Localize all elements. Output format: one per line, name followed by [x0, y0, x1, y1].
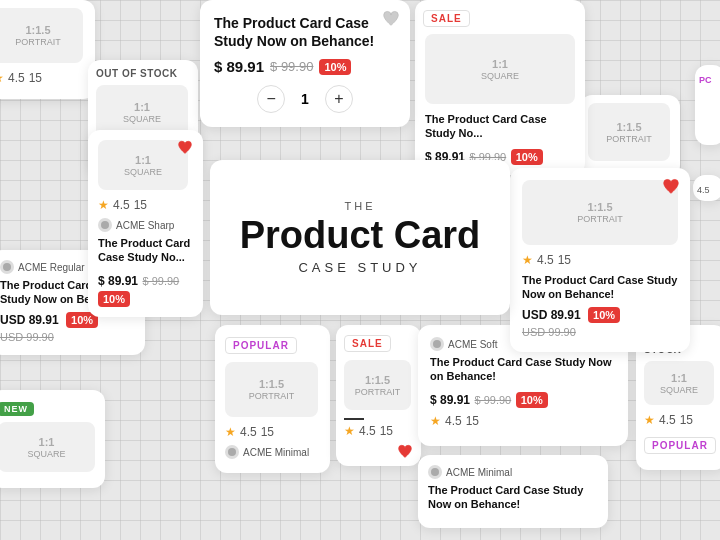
star-icon: ★ — [98, 198, 109, 212]
card-image: 1:1.5 PORTRAIT — [344, 360, 411, 410]
star-icon: ★ — [430, 414, 441, 428]
rating-count: 15 — [29, 71, 42, 85]
price-old: $ 99.90 — [143, 275, 180, 287]
rating-value: 4.5 — [445, 414, 462, 428]
rating-value: 4.5 — [240, 425, 257, 439]
brand-row: ACME Minimal — [428, 465, 598, 479]
price-main: $ 89.91 — [430, 393, 470, 407]
card-bot-cl-popular: POPULAR 1:1.5 PORTRAIT ★ 4.5 15 ACME Min… — [215, 325, 330, 473]
brand-name: ACME Minimal — [243, 447, 309, 458]
card-acme-minimal: ACME Minimal The Product Card Case Study… — [418, 455, 608, 528]
badge-text: SALE — [423, 10, 470, 27]
ratio-type: PORTRAIT — [577, 214, 622, 224]
divider — [344, 418, 364, 420]
qty-increase-button[interactable]: + — [325, 85, 353, 113]
heart-icon[interactable] — [382, 10, 400, 30]
svg-point-1 — [3, 263, 11, 271]
brand-icon — [428, 465, 442, 479]
heart-icon[interactable] — [177, 140, 193, 158]
ratio-type: PORTRAIT — [249, 391, 294, 401]
the-label: THE — [345, 200, 376, 212]
brand-icon — [430, 337, 444, 351]
brand-name: ACME Soft — [448, 339, 497, 350]
price-old-row: USD 99.90 — [0, 327, 135, 345]
heart-icon[interactable] — [662, 178, 680, 198]
card-image: 1:1 SQUARE — [98, 140, 188, 190]
svg-point-2 — [228, 448, 236, 456]
brand-icon — [0, 260, 14, 274]
card-far-right: PC — [695, 65, 720, 145]
out-of-stock-label: OUT OF STOCK — [96, 68, 190, 79]
card-bot-sale: SALE 1:1.5 PORTRAIT ★ 4.5 15 — [336, 325, 421, 466]
discount-badge: 10% — [511, 149, 543, 165]
ratio-label: 1:1.5 — [577, 201, 622, 213]
card-title: The Product Card Case Study Now on Behan… — [522, 273, 678, 302]
rating-row: ★ 4.5 15 — [98, 198, 193, 212]
price-main: USD 89.91 10% — [0, 313, 98, 327]
ratio-type: SQUARE — [27, 449, 65, 459]
card-title: The Product Card Case Study No... — [425, 112, 575, 141]
card-top-mid: The Product Card Case Study Now on Behan… — [200, 0, 410, 127]
ratio-type: PORTRAIT — [355, 387, 400, 397]
ratio-type: SQUARE — [123, 114, 161, 124]
card-title: The Product Card Case Study Now on Behan… — [428, 483, 598, 512]
rating-value: 4.5 — [113, 198, 130, 212]
ratio-label: 1:1.5 — [15, 24, 60, 36]
price-row: $ 89.91 $ 99.90 10% — [430, 390, 616, 408]
rating-value: 4.5 — [537, 253, 554, 267]
price-row: $ 89.91 $ 99.90 10% — [214, 58, 396, 75]
new-badge: NEW — [0, 402, 34, 416]
card-left2: 1:1 SQUARE ★ 4.5 15 ACME Sharp The Produ… — [88, 130, 203, 317]
rating-row: ★ 4.5 15 — [430, 414, 616, 428]
card-right-mid: 1:1.5 PORTRAIT ★ 4.5 15 The Product Card… — [510, 168, 690, 352]
card-center: THE Product Card CASE STUDY — [210, 160, 510, 315]
price-old: $ 99.90 — [475, 394, 512, 406]
card-image: 1:1.5 PORTRAIT — [0, 8, 83, 63]
svg-point-3 — [433, 340, 441, 348]
product-card-title: Product Card — [240, 216, 481, 254]
rating-count: 15 — [380, 424, 393, 438]
popular-badge: POPULAR — [225, 337, 297, 354]
discount-badge: 10% — [98, 291, 130, 307]
rating-row: ★ 4.5 15 — [344, 424, 413, 438]
brand-name: ACME Minimal — [446, 467, 512, 478]
rating-row: ★ 4.5 15 — [644, 413, 718, 427]
price-main: $ 89.91 — [98, 274, 138, 288]
rating-count: 15 — [261, 425, 274, 439]
card-image: 1:1.5 PORTRAIT — [522, 180, 678, 245]
ratio-type: PORTRAIT — [606, 134, 651, 144]
ratio-label: 1:1 — [660, 372, 698, 384]
rating-count: 15 — [558, 253, 571, 267]
brand-name: ACME Sharp — [116, 220, 174, 231]
card-top-left: 1:1.5 PORTRAIT ★ 4.5 15 — [0, 0, 95, 99]
case-study-label: CASE STUDY — [298, 260, 421, 275]
price-value: USD 89.91 — [522, 308, 581, 322]
ratio-label: 1:1.5 — [606, 121, 651, 133]
price-old-row: USD 99.90 — [522, 322, 678, 340]
qty-decrease-button[interactable]: − — [257, 85, 285, 113]
star-icon: ★ — [225, 425, 236, 439]
popular-badge: POPULAR — [644, 437, 716, 454]
price-old: USD 99.90 — [522, 326, 576, 338]
qty-row: − 1 + — [214, 85, 396, 113]
card-image: 1:1.5 PORTRAIT — [588, 103, 670, 161]
card-image: 1:1 SQUARE — [0, 422, 95, 472]
price-old: $ 99.90 — [270, 59, 313, 74]
rating-count: 15 — [680, 413, 693, 427]
star-icon: ★ — [0, 71, 4, 85]
partial-text: PC — [699, 75, 712, 85]
card-right-portrait: 1:1.5 PORTRAIT — [580, 95, 680, 177]
ratio-type: PORTRAIT — [15, 37, 60, 47]
svg-point-4 — [431, 468, 439, 476]
rating-count: 15 — [134, 198, 147, 212]
heart-row — [344, 444, 413, 458]
star-icon: ★ — [644, 413, 655, 427]
ratio-label: 1:1 — [123, 101, 161, 113]
card-title: The Product Card Case Study No... — [98, 236, 193, 265]
ratio-type: SQUARE — [660, 385, 698, 395]
rating-value: 4.5 — [359, 424, 376, 438]
price-value: USD 89.91 — [0, 313, 59, 327]
card-image: 1:1 SQUARE — [425, 34, 575, 104]
brand-name: ACME Regular — [18, 262, 85, 273]
ratio-label: 1:1 — [481, 58, 519, 70]
